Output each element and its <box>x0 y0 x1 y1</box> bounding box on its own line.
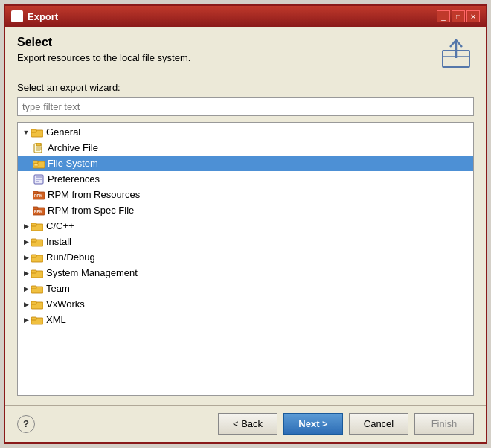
svg-rect-5 <box>31 129 36 132</box>
minimize-button[interactable]: _ <box>437 10 450 22</box>
folder-icon-vxworks <box>31 299 43 310</box>
tree-label-file-system: File System <box>48 158 98 169</box>
collapse-arrow-install: ▶ <box>21 237 31 247</box>
svg-rect-27 <box>31 239 36 242</box>
page-title: Select <box>17 36 190 49</box>
folder-icon-system-management <box>31 268 43 278</box>
tree-item-file-system[interactable]: File System <box>18 156 473 171</box>
svg-text:RPM: RPM <box>34 193 42 198</box>
tree-label-run-debug: Run/Debug <box>46 252 95 263</box>
bottom-bar: ? < Back Next > Cancel Finish <box>5 405 486 442</box>
tree-item-team[interactable]: ▶ Team <box>18 281 473 296</box>
collapse-arrow-general: ▼ <box>21 127 31 138</box>
folder-icon-team <box>31 284 43 294</box>
export-dialog: Export _ □ ✕ Select Export resources to … <box>4 4 487 444</box>
svg-rect-25 <box>31 223 36 226</box>
svg-rect-31 <box>31 270 36 273</box>
cancel-button[interactable]: Cancel <box>349 413 408 435</box>
collapse-arrow-cpp: ▶ <box>21 221 31 231</box>
item-icon-rpm-resources: RPM <box>33 190 45 200</box>
tree-label-general: General <box>46 127 80 138</box>
bottom-left: ? <box>17 415 35 433</box>
tree-container[interactable]: ▼ General <box>17 122 474 396</box>
tree-item-rpm-resources[interactable]: RPM RPM from Resources <box>18 187 473 202</box>
svg-rect-7 <box>36 143 41 146</box>
bottom-right: < Back Next > Cancel Finish <box>218 413 474 435</box>
page-subtitle: Export resources to the local file syste… <box>17 52 190 63</box>
item-icon-filesystem <box>33 159 45 169</box>
svg-text:RPM: RPM <box>34 209 42 214</box>
svg-rect-33 <box>31 286 36 289</box>
tree-item-archive-file[interactable]: Archive File <box>18 140 473 156</box>
title-bar-left: Export <box>11 10 58 22</box>
window-title: Export <box>28 11 58 22</box>
tree-label-team: Team <box>46 283 70 294</box>
tree-label-install: Install <box>46 236 71 247</box>
tree-label-rpm-resources: RPM from Resources <box>48 189 140 200</box>
tree-label-vxworks: VxWorks <box>46 298 85 310</box>
tree-item-general[interactable]: ▼ General <box>18 124 473 140</box>
collapse-arrow-system-management: ▶ <box>21 268 31 278</box>
folder-icon-general <box>31 127 43 138</box>
folder-icon-install <box>31 237 43 247</box>
collapse-arrow-xml: ▶ <box>21 315 31 325</box>
folder-icon-xml <box>31 315 43 325</box>
header-text: Select Export resources to the local fil… <box>17 36 190 63</box>
tree-item-xml[interactable]: ▶ XML <box>18 312 473 327</box>
export-icon <box>438 36 474 71</box>
help-button[interactable]: ? <box>17 415 35 433</box>
tree-item-rpm-spec[interactable]: RPM RPM from Spec File <box>18 202 473 218</box>
close-button[interactable]: ✕ <box>466 10 480 22</box>
window-icon <box>11 10 23 22</box>
item-icon-rpm-spec: RPM <box>33 205 45 216</box>
filter-input[interactable] <box>17 97 474 116</box>
tree-label-cpp: C/C++ <box>46 220 74 231</box>
next-button[interactable]: Next > <box>283 413 343 435</box>
folder-icon-cpp <box>31 221 43 231</box>
svg-rect-37 <box>31 317 36 320</box>
svg-rect-13 <box>34 164 38 166</box>
tree-label-preferences: Preferences <box>48 173 100 185</box>
tree-label-archive-file: Archive File <box>48 142 98 153</box>
back-button[interactable]: < Back <box>218 413 277 435</box>
collapse-arrow-vxworks: ▶ <box>21 299 31 310</box>
svg-rect-29 <box>31 255 36 257</box>
header-section: Select Export resources to the local fil… <box>17 36 474 71</box>
tree-label-system-management: System Management <box>46 267 138 278</box>
svg-rect-12 <box>33 161 38 164</box>
tree-item-system-management[interactable]: ▶ System Management <box>18 265 473 281</box>
finish-button: Finish <box>414 413 474 435</box>
tree-label-rpm-spec: RPM from Spec File <box>48 205 134 216</box>
folder-icon-run-debug <box>31 252 43 263</box>
item-icon-preferences <box>33 174 45 185</box>
svg-rect-0 <box>13 13 22 20</box>
tree-item-vxworks[interactable]: ▶ VxWorks <box>18 296 473 312</box>
collapse-arrow-run-debug: ▶ <box>21 252 31 263</box>
title-bar-controls: _ □ ✕ <box>437 10 480 22</box>
collapse-arrow-team: ▶ <box>21 284 31 294</box>
tree-item-preferences[interactable]: Preferences <box>18 171 473 187</box>
svg-rect-35 <box>31 301 36 304</box>
maximize-button[interactable]: □ <box>452 10 465 22</box>
filter-label: Select an export wizard: <box>17 82 474 93</box>
tree-item-cpp[interactable]: ▶ C/C++ <box>18 218 473 234</box>
tree-item-run-debug[interactable]: ▶ Run/Debug <box>18 249 473 265</box>
window-content: Select Export resources to the local fil… <box>5 27 486 405</box>
title-bar: Export _ □ ✕ <box>5 6 486 27</box>
tree-item-install[interactable]: ▶ Install <box>18 234 473 249</box>
tree-label-xml: XML <box>46 314 66 325</box>
item-icon-archive <box>33 143 45 153</box>
